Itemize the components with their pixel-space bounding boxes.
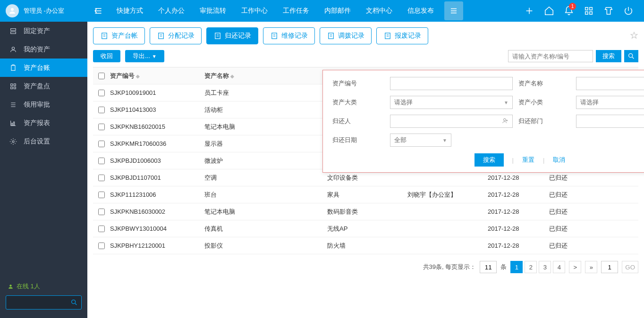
sidebar-item[interactable]: 资产报表 (0, 114, 87, 132)
row-checkbox[interactable] (98, 243, 105, 249)
sidebar-item[interactable]: 资产台账 (0, 59, 87, 77)
sidebar-item[interactable]: 资产盘点 (0, 77, 87, 95)
tab-button[interactable]: 资产台帐 (93, 27, 145, 44)
svg-rect-1 (585, 8, 588, 10)
sidebar-search-input[interactable] (6, 299, 67, 306)
top-nav-item[interactable]: 审批流转 (192, 0, 234, 22)
search-input[interactable] (508, 50, 593, 62)
top-nav-item[interactable]: 文档中心 (358, 0, 400, 22)
apps-icon[interactable] (580, 0, 598, 22)
top-nav: 快捷方式个人办公审批流转工作中心工作任务内部邮件文档中心信息发布 (109, 0, 441, 22)
table-row[interactable]: SJKPBHY12120001投影仪防火墙2017-12-28已归还 (93, 237, 638, 254)
svg-rect-21 (272, 33, 277, 39)
row-checkbox[interactable] (98, 141, 105, 147)
recall-button[interactable]: 收回 (93, 50, 120, 62)
user-block: 管理员 -办公室 (0, 4, 87, 17)
svg-rect-18 (102, 33, 107, 39)
svg-rect-14 (14, 122, 15, 126)
label-returner: 归还人 (332, 117, 384, 126)
avatar[interactable] (6, 4, 19, 17)
home-icon[interactable] (540, 0, 558, 22)
col-code[interactable]: 资产编号◆ (110, 72, 204, 80)
table-row[interactable]: SJKP111231006班台家具刘晓宇【办公室】2017-12-28已归还 (93, 186, 638, 203)
input-asset-name[interactable] (576, 77, 644, 90)
svg-rect-5 (11, 28, 16, 30)
table-row[interactable]: SJKPBWY13010004传真机无线AP2017-12-28已归还 (93, 220, 638, 237)
top-nav-item[interactable]: 信息发布 (400, 0, 441, 22)
action-row: 收回 导出...▼ 搜索 (93, 50, 638, 62)
top-nav-item[interactable]: 工作中心 (234, 0, 275, 22)
top-nav-item[interactable]: 个人办公 (151, 0, 192, 22)
row-checkbox[interactable] (98, 124, 105, 130)
select-small-category[interactable]: 请选择▼ (576, 96, 644, 109)
more-menu-icon[interactable] (444, 1, 463, 20)
tab-button[interactable]: 调拨记录 (320, 27, 372, 44)
top-header: 管理员 -办公室 快捷方式个人办公审批流转工作中心工作任务内部邮件文档中心信息发… (0, 0, 644, 22)
page-button[interactable]: 3 (539, 261, 551, 273)
row-checkbox[interactable] (98, 158, 105, 164)
tab-button[interactable]: 报废记录 (376, 27, 428, 44)
row-checkbox[interactable] (98, 175, 105, 181)
label-asset-code: 资产编号 (332, 79, 384, 88)
go-button[interactable]: GO (622, 261, 638, 273)
tab-button[interactable]: 分配记录 (150, 27, 202, 44)
sidebar-item[interactable]: 后台设置 (0, 132, 87, 151)
person-picker-icon[interactable] (502, 117, 508, 126)
svg-rect-22 (329, 33, 334, 39)
panel-search-button[interactable]: 搜索 (475, 153, 504, 167)
page-button[interactable]: 4 (553, 261, 565, 273)
page-size-input[interactable] (480, 261, 497, 273)
svg-rect-13 (12, 123, 13, 126)
select-return-date[interactable]: 全部▼ (390, 134, 451, 147)
table-row[interactable]: SJKPKNB16030002笔记本电脑数码影音类2017-12-28已归还 (93, 203, 638, 220)
top-nav-item[interactable]: 快捷方式 (109, 0, 151, 22)
export-button[interactable]: 导出...▼ (125, 50, 164, 62)
label-return-date: 归还日期 (332, 136, 384, 144)
search-icon[interactable] (67, 299, 81, 306)
select-big-category[interactable]: 请选择▼ (390, 96, 513, 109)
tab-row: 资产台帐分配记录归还记录维修记录调拨记录报废记录 (93, 27, 638, 44)
row-checkbox[interactable] (98, 192, 105, 198)
top-nav-item[interactable]: 内部邮件 (317, 0, 358, 22)
power-icon[interactable] (619, 0, 637, 22)
plus-icon[interactable] (520, 0, 538, 22)
last-page-button[interactable]: » (585, 261, 597, 273)
row-checkbox[interactable] (98, 90, 105, 96)
sidebar-item[interactable]: 固定资产 (0, 22, 87, 40)
search-button[interactable]: 搜索 (596, 50, 621, 62)
page-button[interactable]: 1 (510, 261, 523, 273)
sidebar-search[interactable] (6, 295, 82, 310)
label-big-category: 资产大类 (332, 98, 384, 107)
svg-rect-11 (11, 87, 13, 89)
panel-cancel-button[interactable]: 取消 (553, 156, 565, 164)
theme-icon[interactable] (600, 0, 618, 22)
goto-page-input[interactable] (601, 261, 618, 273)
row-checkbox[interactable] (98, 209, 105, 215)
input-returner[interactable] (390, 115, 513, 128)
pager-summary: 共39条, 每页显示： (423, 263, 476, 271)
select-all-checkbox[interactable] (98, 73, 105, 79)
star-icon[interactable] (630, 31, 638, 41)
advanced-search-icon[interactable] (624, 50, 638, 62)
tab-button[interactable]: 归还记录 (206, 27, 258, 44)
svg-point-7 (12, 47, 14, 49)
input-asset-code[interactable] (390, 77, 513, 90)
collapse-icon[interactable] (87, 0, 109, 22)
page-button[interactable]: 2 (525, 261, 537, 273)
row-checkbox[interactable] (98, 226, 105, 232)
panel-reset-button[interactable]: 重置 (522, 156, 534, 164)
sidebar-item[interactable]: 我的资产 (0, 40, 87, 59)
tab-button[interactable]: 维修记录 (263, 27, 315, 44)
svg-rect-10 (14, 84, 16, 85)
bell-icon[interactable]: 1 (560, 0, 578, 22)
next-page-button[interactable]: > (569, 261, 581, 273)
top-nav-item[interactable]: 工作任务 (275, 0, 317, 22)
input-return-dept[interactable] (576, 115, 644, 128)
row-checkbox[interactable] (98, 107, 105, 113)
svg-point-0 (11, 8, 14, 11)
svg-point-24 (629, 54, 633, 58)
col-name[interactable]: 资产名称◆ (204, 72, 327, 80)
svg-rect-20 (215, 33, 220, 39)
notification-badge: 1 (569, 3, 576, 10)
sidebar-item[interactable]: 领用审批 (0, 95, 87, 114)
